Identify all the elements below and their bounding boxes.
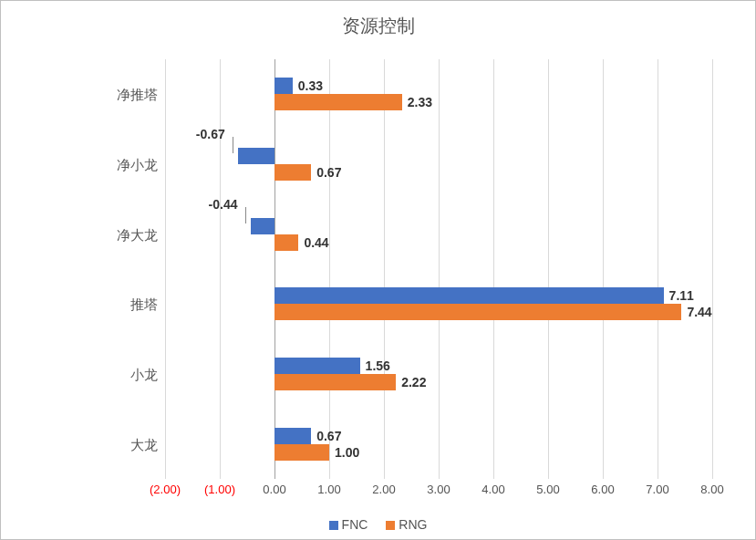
bar-fnc: [274, 428, 311, 444]
bar-group: 0.671.00: [165, 417, 712, 472]
bar-value-rng: 2.22: [401, 374, 426, 390]
category-label: 小龙: [67, 367, 158, 384]
bar-group: 7.117.44: [165, 276, 712, 331]
x-tick-label: 3.00: [427, 483, 450, 496]
legend-item-rng: RNG: [386, 517, 427, 532]
plot-area: 0.332.33-0.670.67-0.440.447.117.441.562.…: [165, 59, 712, 479]
bar-rng: [274, 304, 681, 320]
bar-value-fnc: -0.67: [196, 126, 225, 142]
bar-value-rng: 0.44: [304, 234, 328, 251]
category-label: 推塔: [67, 296, 158, 314]
bar-value-fnc: 7.11: [669, 287, 694, 304]
bar-value-rng: 7.44: [687, 304, 711, 320]
x-tick-label: (2.00): [150, 483, 181, 496]
bar-group: -0.440.44: [165, 207, 712, 262]
x-tick-label: 6.00: [591, 483, 614, 496]
bar-rng: [274, 444, 329, 461]
category-label: 净推塔: [67, 87, 158, 104]
bar-value-fnc: 0.33: [298, 78, 323, 94]
bar-rng: [274, 164, 311, 181]
legend: FNC RNG: [1, 517, 755, 532]
x-tick-label: 4.00: [482, 483, 504, 496]
x-tick-label: 8.00: [700, 483, 723, 496]
bar-value-fnc: 0.67: [316, 428, 341, 444]
bar-fnc: [274, 287, 664, 304]
bar-group: 1.562.22: [165, 347, 712, 401]
bar-value-rng: 1.00: [335, 444, 359, 461]
category-label: 大龙: [67, 437, 158, 454]
legend-swatch-fnc: [329, 521, 338, 530]
x-tick-label: 7.00: [646, 483, 668, 496]
bar-value-fnc: -0.44: [209, 196, 238, 213]
bar-fnc: [251, 218, 274, 234]
bar-rng: [274, 374, 396, 390]
x-tick-label: 1.00: [317, 483, 340, 496]
bar-fnc: [238, 148, 274, 164]
legend-swatch-rng: [386, 521, 395, 530]
bar-group: 0.332.33: [165, 67, 712, 121]
chart-container: 资源控制 0.332.33-0.670.67-0.440.447.117.441…: [0, 0, 756, 540]
bar-group: -0.670.67: [165, 137, 712, 192]
legend-label-fnc: FNC: [342, 517, 368, 532]
legend-label-rng: RNG: [399, 517, 427, 532]
x-tick-label: 5.00: [536, 483, 559, 496]
x-tick-label: (1.00): [204, 483, 235, 496]
bar-fnc: [274, 358, 360, 374]
bar-rng: [274, 234, 298, 251]
bar-value-rng: 2.33: [408, 94, 432, 110]
bar-value-fnc: 1.56: [366, 358, 390, 374]
category-label: 净大龙: [67, 227, 158, 244]
chart-title: 资源控制: [1, 1, 755, 47]
bar-fnc: [274, 78, 293, 94]
category-label: 净小龙: [67, 157, 158, 174]
x-tick-label: 0.00: [263, 483, 285, 496]
x-tick-label: 2.00: [372, 483, 395, 496]
bar-rng: [274, 94, 402, 110]
bar-value-rng: 0.67: [316, 164, 341, 181]
legend-item-fnc: FNC: [329, 517, 368, 532]
gridline: [712, 59, 713, 479]
